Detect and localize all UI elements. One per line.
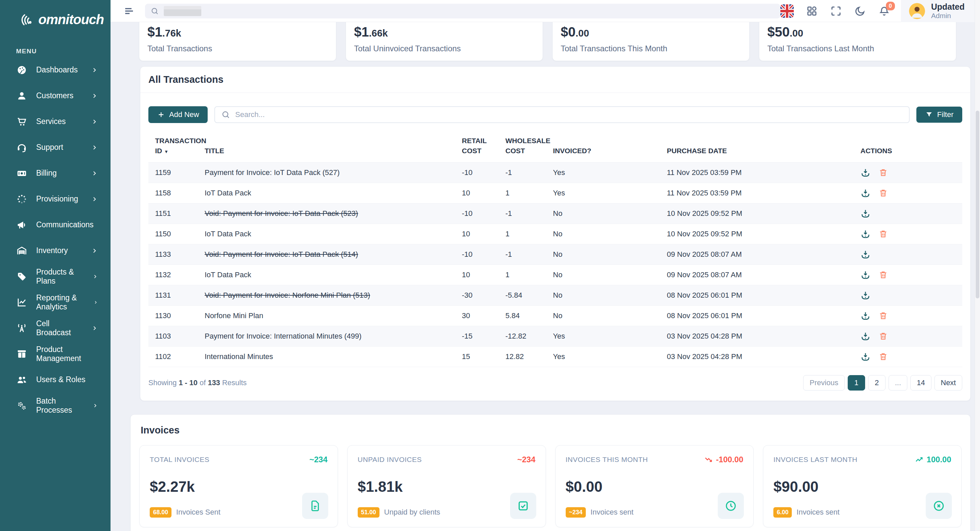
- gears-icon: [16, 400, 27, 411]
- apps-grid-icon[interactable]: [806, 5, 818, 17]
- sidebar-item-services[interactable]: Services: [13, 108, 100, 134]
- sidebar-item-customers[interactable]: Customers: [13, 83, 100, 108]
- count-badge: ~234: [566, 507, 586, 518]
- download-button[interactable]: [861, 167, 870, 178]
- sidebar-item-inventory[interactable]: Inventory: [13, 238, 100, 263]
- col-invoiced[interactable]: INVOICED?: [547, 134, 662, 162]
- download-button[interactable]: [861, 352, 870, 362]
- user-name: Updated: [931, 2, 965, 12]
- pagination-page-1[interactable]: 1: [848, 375, 865, 391]
- delete-button[interactable]: [878, 229, 888, 239]
- col-retail-cost[interactable]: RETAIL COST: [457, 134, 500, 162]
- add-new-button[interactable]: Add New: [148, 106, 208, 123]
- sidebar-item-users-roles[interactable]: Users & Roles: [13, 367, 100, 392]
- delete-button[interactable]: [878, 352, 888, 361]
- download-button[interactable]: [861, 331, 870, 341]
- header-actions: 0: [780, 4, 890, 18]
- page-scrollbar[interactable]: [975, 0, 980, 531]
- table-row: 1158IoT Data Pack101Yes11 Nov 2025 03:59…: [148, 183, 962, 203]
- tags-icon: [16, 271, 27, 282]
- count-badge: 6.00: [773, 507, 792, 518]
- filter-button[interactable]: Filter: [916, 107, 962, 123]
- table-search: [214, 106, 910, 123]
- sidebar-item-provisioning[interactable]: Provisioning: [13, 186, 100, 212]
- delete-button[interactable]: [878, 270, 888, 279]
- sidebar-item-batch-processes[interactable]: Batch Processes: [13, 392, 100, 418]
- download-button[interactable]: [861, 290, 870, 300]
- pagination-row: Showing 1 - 10 of 133 Results Previous 1…: [148, 375, 962, 391]
- col-wholesale-cost[interactable]: WHOLESALE COST: [500, 134, 547, 162]
- filter-icon: [925, 111, 933, 119]
- download-button[interactable]: [861, 311, 870, 321]
- col-title[interactable]: TITLE: [199, 134, 457, 162]
- table-row: 1133Void: Payment for Invoice: IoT Data …: [148, 244, 962, 265]
- chevron-right-icon: [91, 325, 98, 332]
- sidebar-item-dashboards[interactable]: Dashboards: [13, 57, 100, 83]
- download-icon: [861, 331, 870, 341]
- col-transaction-id[interactable]: TRANSACTION ID▼: [148, 134, 199, 162]
- col-purchase-date[interactable]: PURCHASE DATE: [662, 134, 855, 162]
- main-content: $1.76k Total Transactions $1.66k Total U…: [111, 22, 980, 531]
- sidebar-item-support[interactable]: Support: [13, 134, 100, 160]
- trash-icon: [878, 270, 888, 279]
- pagination-ellipsis[interactable]: ...: [889, 375, 907, 391]
- download-icon: [861, 229, 870, 239]
- notifications-button[interactable]: 0: [878, 5, 890, 17]
- broadcast-icon: [16, 322, 27, 334]
- chevron-right-icon: [91, 196, 98, 203]
- delete-button[interactable]: [878, 188, 888, 198]
- app-logo[interactable]: omnitouch: [0, 0, 111, 28]
- dark-mode-moon-icon[interactable]: [854, 5, 866, 17]
- invoice-cards-row: TOTAL INVOICES~234 $2.27k 68.00Invoices …: [139, 445, 962, 527]
- delete-button[interactable]: [878, 168, 888, 177]
- logo-arcs-icon: [19, 11, 35, 28]
- card-invoices-last-month: INVOICES LAST MONTH100.00 $90.00 6.00Inv…: [763, 445, 962, 527]
- table-search-input[interactable]: [235, 110, 903, 119]
- chevron-right-icon: [91, 92, 98, 99]
- card-total-invoices: TOTAL INVOICES~234 $2.27k 68.00Invoices …: [139, 445, 338, 527]
- invoice-amount: $90.00: [773, 478, 951, 495]
- download-button[interactable]: [861, 270, 870, 280]
- pagination-next[interactable]: Next: [934, 375, 962, 391]
- global-search[interactable]: [145, 4, 780, 18]
- delta-value: 100.00: [915, 455, 951, 464]
- invoice-amount: $2.27k: [150, 478, 328, 495]
- user-role: Admin: [931, 12, 965, 20]
- fullscreen-icon[interactable]: [830, 5, 842, 17]
- language-flag-uk-icon[interactable]: [780, 4, 794, 18]
- download-button[interactable]: [861, 249, 870, 260]
- trash-icon: [878, 311, 888, 321]
- delete-button[interactable]: [878, 332, 888, 341]
- pagination-page-14[interactable]: 14: [910, 375, 931, 391]
- chevron-right-icon: [91, 247, 98, 254]
- pagination-previous[interactable]: Previous: [803, 375, 845, 391]
- download-button[interactable]: [861, 188, 870, 198]
- trend-up-icon: [915, 455, 924, 464]
- sidebar-item-billing[interactable]: Billing: [13, 160, 100, 186]
- pagination-page-2[interactable]: 2: [868, 375, 886, 391]
- all-transactions-section: All Transactions Add New Filter: [140, 66, 970, 401]
- user-menu[interactable]: Updated Admin: [901, 0, 980, 22]
- delete-button[interactable]: [878, 311, 888, 321]
- download-icon: [861, 188, 870, 198]
- menu-section-label: MENU: [16, 48, 111, 55]
- stat-card-transactions-this-month: $0.00 Total Transactions This Month: [552, 22, 749, 61]
- invoices-section: Invoices TOTAL INVOICES~234 $2.27k 68.00…: [130, 415, 970, 531]
- table-row: 1131Void: Payment for Invoice: Norfone M…: [148, 285, 962, 305]
- download-button[interactable]: [861, 229, 870, 239]
- count-badge: 51.00: [358, 507, 379, 518]
- sidebar-item-cell-broadcast[interactable]: Cell Broadcast: [13, 315, 100, 341]
- menu-toggle-icon[interactable]: [123, 5, 135, 17]
- sidebar-item-reporting-analytics[interactable]: Reporting & Analytics: [13, 289, 100, 315]
- delta-value: ~234: [517, 455, 535, 464]
- sidebar-item-communications[interactable]: Communications: [13, 212, 100, 238]
- sidebar-item-product-management[interactable]: Product Management: [13, 341, 100, 367]
- search-icon: [221, 110, 231, 120]
- plus-icon: [157, 111, 165, 119]
- scrollbar-thumb[interactable]: [976, 111, 979, 298]
- transaction-stats-row: $1.76k Total Transactions $1.66k Total U…: [139, 22, 956, 61]
- download-button[interactable]: [861, 209, 870, 218]
- trash-icon: [878, 168, 888, 177]
- sidebar-item-products-plans[interactable]: Products & Plans: [13, 263, 100, 289]
- download-icon: [861, 352, 870, 362]
